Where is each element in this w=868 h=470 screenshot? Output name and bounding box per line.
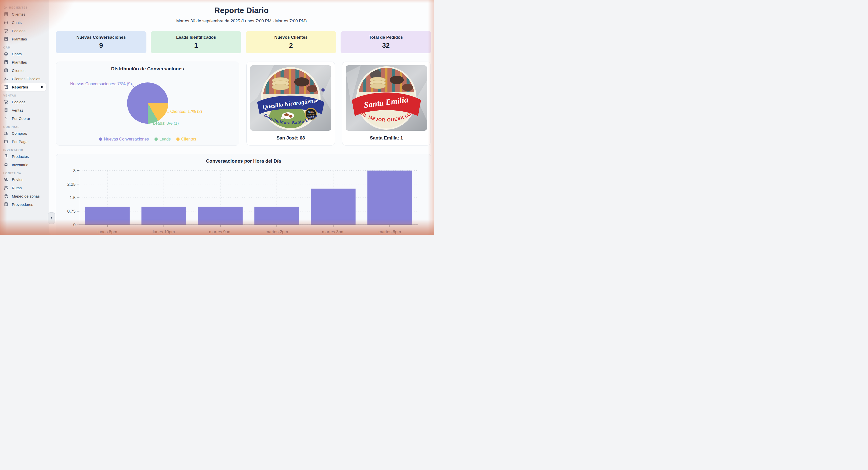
legend-label: Clientes xyxy=(181,137,196,142)
sidebar-item-label: Ventas xyxy=(12,108,23,112)
inbox-icon xyxy=(3,51,8,56)
bar-martes-3pm xyxy=(311,189,355,225)
sidebar-item-label: Clientes xyxy=(12,12,25,16)
sidebar-item-proveedores[interactable]: Proveedores xyxy=(1,200,46,208)
sidebar-item-label: Plantillas xyxy=(12,60,27,64)
legend-dot xyxy=(176,138,180,141)
contact-icon xyxy=(3,68,8,73)
bar-martes-9am xyxy=(198,207,243,225)
stat-label: Nuevos Clientes xyxy=(274,35,307,40)
legend-label: Nuevas Conversaciones xyxy=(104,137,149,142)
x-axis-label: martes 3pm xyxy=(322,230,345,234)
pie-slice-label-leads: Leads: 8% (1) xyxy=(153,121,179,126)
sidebar-item-clientes-fiscales[interactable]: Clientes Fiscales xyxy=(1,75,46,83)
legend-dot xyxy=(99,138,102,141)
pie-chart xyxy=(127,83,168,124)
sidebar-item-chats[interactable]: Chats xyxy=(1,18,46,26)
bar-martes-6pm xyxy=(367,171,412,225)
sidebar-item-clientes[interactable]: Clientes xyxy=(1,66,46,75)
bar-lunes-10pm xyxy=(142,207,186,225)
receipt-icon xyxy=(3,108,8,113)
legend-item-clientes: Clientes xyxy=(176,137,196,142)
sidebar-item-label: Rutas xyxy=(12,186,22,190)
stat-card-total-de-pedidos: Total de Pedidos32 xyxy=(341,31,431,53)
pie-chart-area: Nuevas Conversaciones: 75% (9)Leads: 8% … xyxy=(56,72,239,136)
sidebar-item-ventas[interactable]: Ventas xyxy=(1,106,46,114)
sidebar-item-plantillas[interactable]: Plantillas xyxy=(1,58,46,66)
sidebar-item-rutas[interactable]: Rutas xyxy=(1,184,46,192)
sidebar-item-envios[interactable]: Envíos xyxy=(1,175,46,183)
sidebar-item-por-pagar[interactable]: Por Pagar xyxy=(1,138,46,146)
svg-text:3: 3 xyxy=(73,168,75,173)
legend-dot xyxy=(154,138,158,141)
cart-icon xyxy=(3,28,8,33)
sidebar-item-productos[interactable]: Productos xyxy=(1,152,46,160)
sidebar-section-crm: CRM xyxy=(0,46,49,49)
page-title: Reporte Diario xyxy=(49,6,434,15)
sidebar-item-compras[interactable]: Compras xyxy=(1,129,46,137)
stat-card-nuevos-clientes: Nuevos Clientes2 xyxy=(246,31,336,53)
sidebar-item-mapeo-de-zonas[interactable]: Mapeo de zonas xyxy=(1,192,46,200)
building-icon xyxy=(3,202,8,207)
svg-text:0: 0 xyxy=(73,223,75,227)
stat-value: 1 xyxy=(194,42,198,50)
svg-text:2.25: 2.25 xyxy=(67,182,75,187)
bar-chart-title: Conversaciones por Hora del Día xyxy=(56,158,431,164)
sidebar-item-por-cobrar[interactable]: Por Cobrar xyxy=(1,114,46,122)
product-caption: Santa Emilia: 1 xyxy=(342,131,431,145)
sidebar-item-inventario[interactable]: Inventario xyxy=(1,160,46,169)
bar-chart: 00.751.52.253lunes 8pmlunes 10pmmartes 9… xyxy=(56,154,431,235)
sidebar-item-pedidos[interactable]: Pedidos xyxy=(1,27,46,35)
stat-label: Total de Pedidos xyxy=(369,35,403,40)
x-axis-label: martes 9am xyxy=(209,230,231,234)
product-card-santa-emilia: Santa Emilia EL MEJOR QUESILLO Santa Emi… xyxy=(342,62,431,146)
product-caption: San José: 68 xyxy=(247,131,335,145)
clock-icon xyxy=(3,5,7,9)
bar-martes-2pm xyxy=(254,207,299,225)
book-icon xyxy=(3,60,8,65)
sidebar-item-label: Compras xyxy=(12,131,27,136)
pie-chart-title: Distribución de Conversaciones xyxy=(56,66,239,71)
sidebar-item-reportes[interactable]: Reportes xyxy=(1,83,46,91)
x-axis-label: martes 2pm xyxy=(266,230,288,234)
sidebar-item-pedidos[interactable]: Pedidos xyxy=(1,98,46,106)
bar-lunes-8pm xyxy=(85,207,130,225)
sidebar-section-logistica: LOGÍSTICA xyxy=(0,172,49,175)
product-image-san-jose: Quesillo Nicaragüense 100% Premium CALID… xyxy=(250,65,331,131)
stat-value: 2 xyxy=(289,42,293,50)
sidebar-item-label: Inventario xyxy=(12,163,28,167)
sidebar-item-label: Plantillas xyxy=(12,37,27,41)
sidebar-item-label: Productos xyxy=(12,154,29,158)
legend-label: Leads xyxy=(159,137,171,142)
sidebar-section-compras: COMPRAS xyxy=(0,125,49,128)
stat-value: 9 xyxy=(99,42,103,50)
product-card-san-jose: Quesillo Nicaragüense 100% Premium CALID… xyxy=(246,62,335,146)
sidebar-item-label: Mapeo de zonas xyxy=(12,194,40,198)
sidebar-item-clientes[interactable]: Clientes xyxy=(1,10,46,18)
x-axis-label: lunes 8pm xyxy=(97,230,117,234)
sidebar-item-label: Proveedores xyxy=(12,202,33,207)
sidebar: RECIENTESClientesChatsPedidosPlantillasC… xyxy=(0,0,49,235)
sidebar-section-recientes: RECIENTES xyxy=(0,5,49,9)
warehouse-icon xyxy=(3,162,8,167)
pie-chart-card: Distribución de Conversaciones Nuevas Co… xyxy=(56,62,239,146)
fridge-icon xyxy=(3,154,8,159)
stat-label: Nuevas Conversaciones xyxy=(76,35,126,40)
stat-card-nuevas-conversaciones: Nuevas Conversaciones9 xyxy=(56,31,147,53)
wallet-icon xyxy=(3,139,8,144)
sidebar-item-label: Envíos xyxy=(12,177,23,182)
sidebar-item-label: Clientes Fiscales xyxy=(12,77,40,81)
scroll-icon xyxy=(3,84,8,89)
sidebar-item-plantillas[interactable]: Plantillas xyxy=(1,35,46,43)
bar-chart-card: Conversaciones por Hora del Día 00.751.5… xyxy=(56,154,431,235)
sidebar-item-label: Pedidos xyxy=(12,29,25,33)
usercheck-icon xyxy=(3,76,8,81)
chevron-left-icon xyxy=(49,216,54,221)
sidebar-section-inventario: INVENTARIO xyxy=(0,149,49,152)
sidebar-collapse-button[interactable] xyxy=(48,212,55,224)
sidebar-item-label: Por Cobrar xyxy=(12,116,30,121)
sidebar-item-chats[interactable]: Chats xyxy=(1,50,46,58)
inbox-icon xyxy=(3,20,8,25)
product-image-santa-emilia: Santa Emilia EL MEJOR QUESILLO xyxy=(346,65,427,131)
svg-text:1.5: 1.5 xyxy=(69,196,75,200)
